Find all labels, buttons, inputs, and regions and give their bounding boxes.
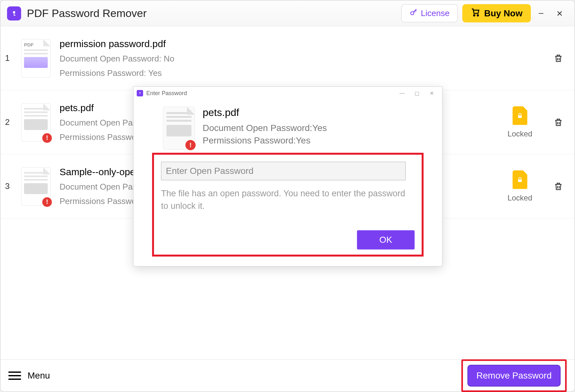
app-title: PDF Password Remover [27, 7, 147, 20]
key-icon [409, 8, 418, 19]
delete-button[interactable] [549, 49, 568, 68]
dialog-title: Enter Password [146, 90, 187, 97]
file-name: permission password.pdf [60, 38, 491, 49]
menu-label: Menu [28, 371, 50, 381]
close-button[interactable] [551, 5, 568, 22]
dialog-close-button[interactable]: ✕ [424, 88, 439, 98]
dialog-pdf-thumbnail-icon [163, 107, 195, 150]
license-label: License [421, 8, 450, 18]
open-password-input[interactable] [161, 162, 406, 180]
locked-status: Locked [491, 106, 549, 138]
dialog-perm-password: Permissions Password:Yes [203, 134, 327, 147]
file-perm-password: Permissions Password: Yes [60, 68, 491, 78]
menu-button[interactable]: Menu [8, 371, 50, 381]
app-logo-icon [7, 6, 21, 20]
dialog-input-highlight: The file has an open password. You need … [152, 153, 424, 257]
locked-label: Locked [507, 129, 532, 138]
file-open-password: Document Open Password: No [60, 54, 491, 64]
license-button[interactable]: License [401, 4, 458, 22]
dialog-file-name: pets.pdf [203, 107, 327, 118]
hamburger-icon [8, 372, 21, 380]
dialog-minimize-button[interactable]: — [395, 88, 409, 98]
pdf-thumbnail-icon: PDF [21, 39, 51, 78]
dialog-logo-icon [137, 90, 143, 96]
pdf-thumbnail-locked-icon [21, 167, 51, 206]
bottom-bar: Menu Remove Password [1, 359, 574, 391]
file-info: permission password.pdf Document Open Pa… [60, 38, 491, 78]
lock-icon [513, 170, 527, 189]
remove-password-highlight: Remove Password [461, 359, 567, 392]
dialog-hint: The file has an open password. You need … [161, 187, 408, 212]
locked-status: Locked [491, 170, 549, 202]
delete-button[interactable] [549, 113, 568, 132]
locked-label: Locked [507, 193, 532, 202]
dialog-maximize-button[interactable]: ▢ [409, 88, 424, 98]
cart-icon [471, 7, 480, 19]
svg-point-4 [474, 15, 475, 16]
remove-password-button[interactable]: Remove Password [467, 365, 561, 387]
svg-point-5 [477, 15, 479, 16]
svg-rect-8 [140, 93, 140, 94]
svg-rect-6 [539, 13, 544, 14]
row-index: 3 [3, 181, 12, 191]
buy-label: Buy Now [484, 8, 522, 19]
pdf-thumbnail-locked-icon [21, 103, 51, 142]
dialog-open-password: Document Open Password:Yes [203, 122, 327, 134]
enter-password-dialog: Enter Password — ▢ ✕ pets.pdf Document O… [133, 86, 442, 266]
file-row[interactable]: 1 PDF permission password.pdf Document O… [1, 26, 574, 90]
row-index: 1 [3, 53, 12, 63]
dialog-file-info: pets.pdf Document Open Password:Yes Perm… [163, 107, 424, 150]
delete-button[interactable] [549, 177, 568, 196]
svg-rect-2 [14, 15, 16, 15]
minimize-button[interactable] [533, 5, 549, 22]
buy-now-button[interactable]: Buy Now [462, 4, 531, 22]
lock-icon [513, 106, 527, 125]
ok-button[interactable]: OK [357, 230, 415, 249]
dialog-titlebar: Enter Password — ▢ ✕ [134, 87, 442, 100]
titlebar: PDF Password Remover License Buy Now [1, 1, 574, 26]
row-index: 2 [3, 117, 12, 127]
